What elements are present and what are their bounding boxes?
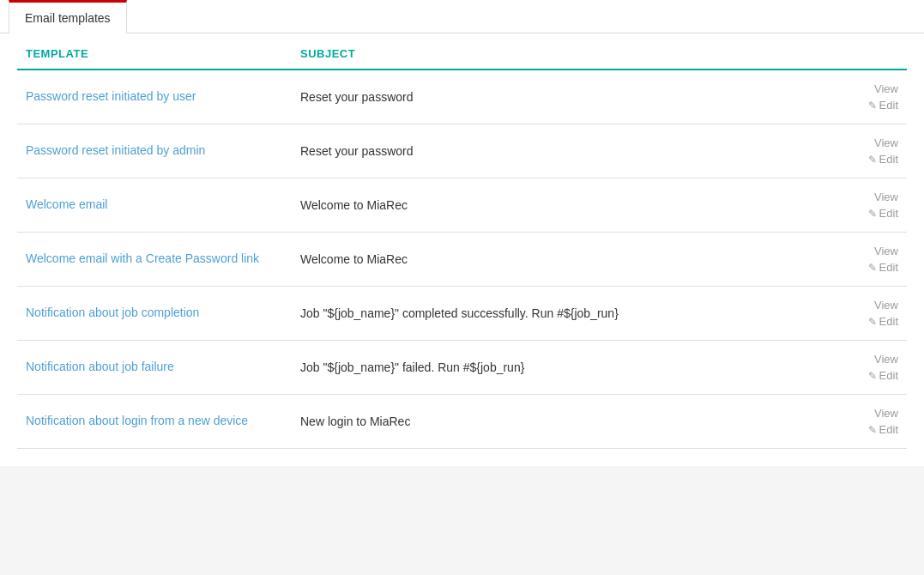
edit-icon: ✎ [868, 262, 877, 274]
view-button[interactable]: View [874, 136, 898, 149]
view-button[interactable]: View [874, 245, 898, 257]
template-name-link[interactable]: Password reset initiated by admin [26, 142, 300, 160]
column-template-header: TEMPLATE [26, 47, 300, 60]
email-templates-table: TEMPLATE SUBJECT Password reset initiate… [17, 33, 907, 449]
content-area: TEMPLATE SUBJECT Password reset initiate… [0, 33, 924, 466]
edit-button[interactable]: ✎Edit [868, 99, 898, 112]
subject-text: Job "${job_name}" failed. Run #${job_run… [300, 360, 830, 374]
table-row: Notification about login from a new devi… [17, 395, 907, 449]
actions-cell: View✎Edit [830, 82, 898, 112]
edit-label: Edit [879, 315, 898, 328]
table-body: Password reset initiated by userReset yo… [17, 70, 907, 449]
edit-label: Edit [879, 99, 898, 112]
edit-label: Edit [879, 153, 898, 166]
actions-cell: View✎Edit [830, 136, 898, 166]
template-name-link[interactable]: Notification about job completion [26, 305, 300, 322]
table-row: Password reset initiated by adminReset y… [17, 124, 907, 179]
edit-icon: ✎ [868, 424, 877, 436]
edit-button[interactable]: ✎Edit [868, 369, 898, 382]
edit-icon: ✎ [868, 370, 877, 382]
subject-text: Welcome to MiaRec [300, 198, 830, 212]
edit-icon: ✎ [868, 208, 877, 220]
template-name-link[interactable]: Notification about login from a new devi… [26, 413, 300, 430]
table-row: Welcome email with a Create Password lin… [17, 233, 907, 287]
subject-text: New login to MiaRec [300, 415, 830, 428]
edit-icon: ✎ [868, 100, 877, 112]
subject-text: Welcome to MiaRec [300, 252, 830, 266]
tab-bar: Email templates [0, 0, 924, 33]
template-name-link[interactable]: Welcome email with a Create Password lin… [26, 251, 300, 268]
email-templates-tab[interactable]: Email templates [9, 0, 127, 33]
edit-label: Edit [879, 207, 898, 220]
template-name-link[interactable]: Notification about job failure [26, 359, 300, 376]
table-row: Notification about job failureJob "${job… [17, 341, 907, 395]
edit-button[interactable]: ✎Edit [868, 315, 898, 328]
template-name-link[interactable]: Password reset initiated by user [26, 88, 300, 106]
edit-button[interactable]: ✎Edit [868, 207, 898, 220]
view-button[interactable]: View [874, 353, 898, 366]
actions-cell: View✎Edit [830, 353, 898, 382]
subject-text: Job "${job_name}" completed successfully… [300, 306, 830, 320]
table-header: TEMPLATE SUBJECT [17, 33, 907, 70]
column-actions-header [830, 47, 898, 60]
edit-icon: ✎ [868, 154, 877, 166]
edit-label: Edit [879, 369, 898, 382]
edit-button[interactable]: ✎Edit [868, 261, 898, 274]
actions-cell: View✎Edit [830, 245, 898, 274]
edit-button[interactable]: ✎Edit [868, 153, 898, 166]
view-button[interactable]: View [874, 191, 898, 203]
actions-cell: View✎Edit [830, 407, 898, 436]
table-row: Welcome emailWelcome to MiaRecView✎Edit [17, 179, 907, 233]
edit-label: Edit [879, 261, 898, 274]
view-button[interactable]: View [874, 299, 898, 312]
actions-cell: View✎Edit [830, 191, 898, 220]
view-button[interactable]: View [874, 82, 898, 95]
edit-button[interactable]: ✎Edit [868, 423, 898, 436]
template-name-link[interactable]: Welcome email [26, 197, 300, 214]
table-row: Password reset initiated by userReset yo… [17, 70, 907, 124]
column-subject-header: SUBJECT [300, 47, 830, 60]
actions-cell: View✎Edit [830, 299, 898, 328]
view-button[interactable]: View [874, 407, 898, 420]
edit-icon: ✎ [868, 316, 877, 328]
page-container: Email templates TEMPLATE SUBJECT Passwor… [0, 0, 924, 575]
subject-text: Reset your password [300, 90, 830, 104]
subject-text: Reset your password [300, 144, 830, 158]
table-row: Notification about job completionJob "${… [17, 287, 907, 341]
edit-label: Edit [879, 423, 898, 436]
